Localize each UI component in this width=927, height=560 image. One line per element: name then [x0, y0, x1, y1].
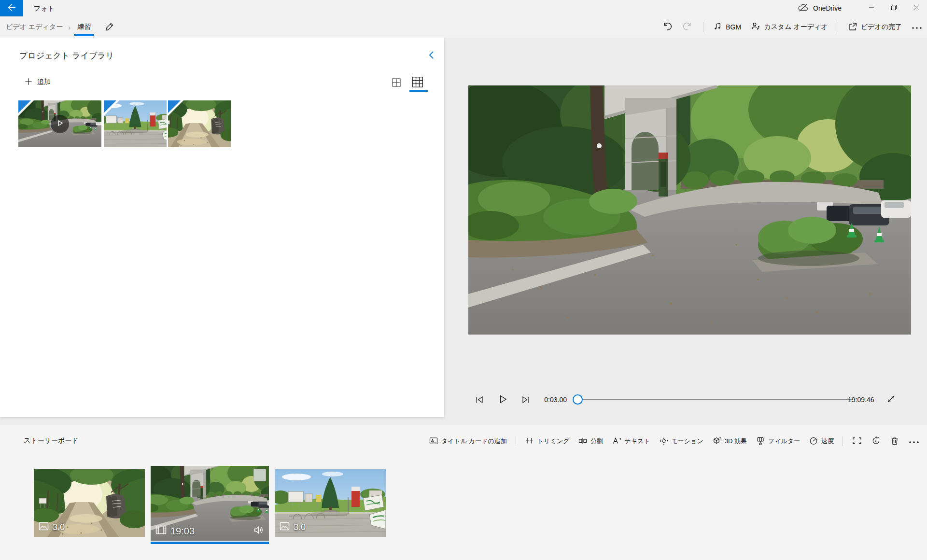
fullscreen-button[interactable]	[886, 394, 896, 406]
view-grid-large-button[interactable]	[411, 76, 424, 90]
breadcrumb-video-editor[interactable]: ビデオ エディター	[6, 23, 63, 31]
close-icon	[913, 4, 919, 12]
view-grid-small-button[interactable]	[391, 77, 402, 89]
next-frame-button[interactable]	[520, 394, 531, 406]
breadcrumb: ビデオ エディター › 練習	[6, 16, 114, 38]
titlebar: フォト OneDrive	[0, 0, 927, 16]
play-button[interactable]	[497, 393, 508, 406]
more-dots-icon	[912, 23, 922, 31]
library-item-photo-2[interactable]	[168, 100, 231, 147]
close-button[interactable]	[905, 0, 927, 16]
tool-label: トリミング	[537, 437, 570, 446]
3d-effects-button[interactable]: 3D 効果	[712, 436, 747, 447]
bgm-label: BGM	[726, 23, 741, 31]
seek-slider[interactable]	[576, 399, 852, 400]
clip-duration-badge: 19:03	[155, 525, 195, 537]
speed-button[interactable]: 速度	[809, 436, 834, 447]
person-audio-icon	[751, 22, 760, 33]
motion-button[interactable]: モーション	[659, 436, 703, 447]
clip-volume-button[interactable]	[253, 525, 264, 536]
library-item-photo-1[interactable]	[104, 100, 167, 147]
previous-frame-icon	[474, 394, 485, 406]
clip-duration-badge: 3.0	[280, 522, 306, 533]
command-toolbar: ビデオ エディター › 練習	[0, 16, 927, 38]
bgm-button[interactable]: BGM	[713, 22, 741, 32]
motion-icon	[659, 436, 669, 447]
filter-button[interactable]: フィルター	[756, 436, 800, 447]
storyboard-clip-3[interactable]: 3.0	[275, 469, 386, 537]
minimize-icon	[869, 5, 874, 12]
active-view-underline	[409, 90, 428, 92]
previous-frame-button[interactable]	[474, 394, 485, 406]
back-arrow-icon	[7, 3, 16, 14]
back-button[interactable]	[0, 0, 23, 16]
added-corner-fold-icon	[104, 100, 119, 116]
tool-label: 分割	[590, 437, 603, 446]
selected-clip-indicator	[151, 542, 269, 544]
grid-2x2-icon	[391, 82, 402, 89]
collapse-library-button[interactable]	[426, 49, 438, 62]
undo-button[interactable]	[661, 21, 673, 33]
export-share-icon	[848, 22, 857, 33]
custom-audio-label: カスタム オーディオ	[764, 23, 828, 31]
storyboard-clip-2-selected[interactable]: 19:03	[151, 466, 269, 541]
delete-clip-button[interactable]	[890, 436, 899, 447]
expand-diagonal-icon	[886, 398, 896, 406]
add-title-card-button[interactable]: タイトル カードの追加	[429, 436, 507, 447]
text-button[interactable]: テキスト	[612, 436, 650, 447]
minimize-button[interactable]	[860, 0, 883, 16]
library-item-video[interactable]	[18, 100, 101, 147]
app-title: フォト	[34, 0, 55, 16]
tool-label: 速度	[821, 437, 834, 446]
onedrive-status[interactable]: OneDrive	[798, 0, 842, 16]
filter-icon	[756, 436, 765, 447]
speaker-icon	[253, 529, 264, 536]
storyboard-more-button[interactable]	[908, 438, 920, 445]
tool-label: テキスト	[624, 437, 650, 446]
restore-icon	[891, 4, 897, 12]
clip-duration: 3.0	[294, 522, 306, 532]
finish-video-button[interactable]: ビデオの完了	[848, 22, 902, 33]
clip-resize-handle[interactable]	[253, 469, 266, 481]
current-time: 0:03.00	[533, 396, 567, 404]
aspect-frame-icon	[852, 436, 862, 447]
rename-project-button[interactable]	[105, 22, 114, 33]
toolbar-more-button[interactable]	[912, 23, 922, 31]
storyboard-divider	[516, 436, 516, 446]
total-time: 19:09.46	[848, 396, 874, 404]
add-media-button[interactable]: 追加	[24, 76, 51, 88]
storyboard-clip-1[interactable]: 3.0	[34, 469, 145, 537]
tool-label: タイトル カードの追加	[441, 437, 507, 446]
thumbnail-play-button[interactable]	[51, 115, 69, 133]
redo-icon	[682, 21, 693, 33]
speed-gauge-icon	[809, 436, 818, 447]
video-preview[interactable]	[468, 85, 911, 335]
rotate-icon	[871, 435, 881, 447]
restore-button[interactable]	[883, 0, 905, 16]
more-dots-icon	[908, 438, 920, 445]
seek-thumb[interactable]	[573, 394, 583, 405]
split-button[interactable]: 分割	[578, 436, 603, 447]
pencil-icon	[105, 22, 114, 33]
text-icon	[612, 436, 621, 447]
trash-icon	[890, 436, 899, 447]
resize-frame-button[interactable]	[852, 436, 862, 447]
redo-button[interactable]	[682, 21, 693, 33]
play-icon	[56, 119, 64, 128]
storyboard-toolbar: タイトル カードの追加 トリミング 分割 テキスト モーション	[429, 433, 920, 450]
trim-button[interactable]: トリミング	[525, 436, 570, 447]
tool-label: モーション	[672, 437, 703, 446]
toolbar-actions: BGM カスタム オーディオ ビデオの完了	[661, 16, 922, 38]
finish-video-label: ビデオの完了	[861, 23, 902, 31]
title-card-icon	[429, 436, 438, 447]
library-title: プロジェクト ライブラリ	[19, 50, 114, 61]
toolbar-divider	[838, 22, 838, 32]
trim-icon	[525, 436, 534, 447]
tool-label: 3D 効果	[725, 437, 747, 446]
rotate-button[interactable]	[871, 435, 881, 447]
project-library-panel: プロジェクト ライブラリ 追加	[0, 38, 444, 417]
next-frame-icon	[520, 394, 531, 406]
clip-duration: 3.0	[53, 522, 65, 532]
project-name[interactable]: 練習	[76, 23, 92, 31]
custom-audio-button[interactable]: カスタム オーディオ	[751, 22, 828, 33]
